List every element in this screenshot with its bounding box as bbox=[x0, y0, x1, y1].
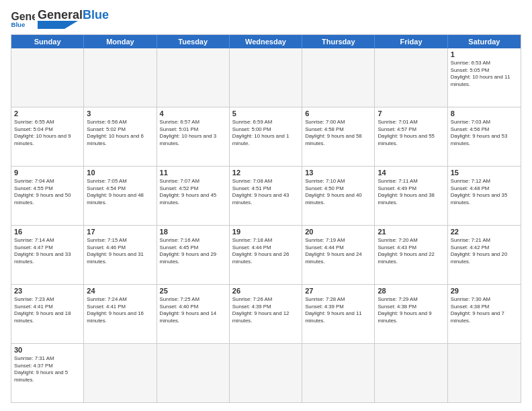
calendar-cell-empty-5-1 bbox=[84, 344, 157, 402]
col-header-saturday: Saturday bbox=[448, 35, 521, 48]
cell-info: Sunrise: 7:00 AM Sunset: 4:58 PM Dayligh… bbox=[305, 119, 371, 147]
calendar-cell-2: 2Sunrise: 6:55 AM Sunset: 5:04 PM Daylig… bbox=[11, 107, 84, 166]
calendar-cell-18: 18Sunrise: 7:16 AM Sunset: 4:45 PM Dayli… bbox=[157, 226, 230, 284]
cell-info: Sunrise: 6:53 AM Sunset: 5:05 PM Dayligh… bbox=[451, 60, 518, 88]
cell-info: Sunrise: 7:23 AM Sunset: 4:41 PM Dayligh… bbox=[14, 296, 81, 324]
day-number: 18 bbox=[160, 228, 226, 236]
day-number: 13 bbox=[305, 169, 371, 177]
cell-info: Sunrise: 7:19 AM Sunset: 4:44 PM Dayligh… bbox=[305, 237, 371, 265]
cell-info: Sunrise: 7:12 AM Sunset: 4:48 PM Dayligh… bbox=[451, 178, 518, 206]
cell-info: Sunrise: 6:57 AM Sunset: 5:01 PM Dayligh… bbox=[160, 119, 226, 147]
cell-info: Sunrise: 7:24 AM Sunset: 4:41 PM Dayligh… bbox=[87, 296, 153, 324]
day-number: 28 bbox=[378, 287, 444, 295]
calendar-cell-16: 16Sunrise: 7:14 AM Sunset: 4:47 PM Dayli… bbox=[11, 226, 84, 284]
day-number: 30 bbox=[14, 346, 81, 354]
day-number: 2 bbox=[14, 109, 81, 118]
calendar-week-2: 9Sunrise: 7:04 AM Sunset: 4:55 PM Daylig… bbox=[11, 167, 521, 226]
cell-info: Sunrise: 7:28 AM Sunset: 4:39 PM Dayligh… bbox=[305, 296, 371, 324]
calendar-cell-19: 19Sunrise: 7:18 AM Sunset: 4:44 PM Dayli… bbox=[230, 226, 302, 284]
day-number: 23 bbox=[14, 287, 81, 295]
calendar-cell-24: 24Sunrise: 7:24 AM Sunset: 4:41 PM Dayli… bbox=[84, 285, 157, 343]
cell-info: Sunrise: 7:04 AM Sunset: 4:55 PM Dayligh… bbox=[14, 178, 81, 206]
cell-info: Sunrise: 6:55 AM Sunset: 5:04 PM Dayligh… bbox=[14, 119, 81, 147]
cell-info: Sunrise: 7:15 AM Sunset: 4:46 PM Dayligh… bbox=[87, 237, 153, 265]
col-header-tuesday: Tuesday bbox=[157, 35, 230, 48]
cell-info: Sunrise: 7:16 AM Sunset: 4:45 PM Dayligh… bbox=[160, 237, 226, 265]
calendar: SundayMondayTuesdayWednesdayThursdayFrid… bbox=[11, 34, 521, 403]
calendar-cell-28: 28Sunrise: 7:29 AM Sunset: 4:38 PM Dayli… bbox=[375, 285, 447, 343]
calendar-cell-empty-5-3 bbox=[230, 344, 302, 402]
calendar-cell-empty-5-5 bbox=[375, 344, 447, 402]
calendar-cell-empty-0-0 bbox=[11, 48, 84, 107]
logo-icon: General Blue bbox=[11, 9, 35, 28]
cell-info: Sunrise: 7:31 AM Sunset: 4:37 PM Dayligh… bbox=[14, 355, 81, 383]
day-number: 27 bbox=[305, 287, 371, 295]
calendar-cell-20: 20Sunrise: 7:19 AM Sunset: 4:44 PM Dayli… bbox=[302, 226, 375, 284]
day-number: 3 bbox=[87, 109, 153, 118]
calendar-cell-21: 21Sunrise: 7:20 AM Sunset: 4:43 PM Dayli… bbox=[375, 226, 447, 284]
day-number: 7 bbox=[378, 109, 444, 118]
cell-info: Sunrise: 7:21 AM Sunset: 4:42 PM Dayligh… bbox=[451, 237, 518, 265]
calendar-cell-22: 22Sunrise: 7:21 AM Sunset: 4:42 PM Dayli… bbox=[448, 226, 521, 284]
calendar-cell-empty-0-4 bbox=[302, 48, 375, 107]
calendar-cell-11: 11Sunrise: 7:07 AM Sunset: 4:52 PM Dayli… bbox=[157, 167, 230, 225]
cell-info: Sunrise: 7:29 AM Sunset: 4:38 PM Dayligh… bbox=[378, 296, 444, 324]
calendar-cell-1: 1Sunrise: 6:53 AM Sunset: 5:05 PM Daylig… bbox=[448, 48, 521, 107]
day-number: 26 bbox=[232, 287, 299, 295]
cell-info: Sunrise: 7:07 AM Sunset: 4:52 PM Dayligh… bbox=[160, 178, 226, 206]
day-number: 17 bbox=[87, 228, 153, 236]
cell-info: Sunrise: 7:08 AM Sunset: 4:51 PM Dayligh… bbox=[232, 178, 299, 206]
calendar-cell-23: 23Sunrise: 7:23 AM Sunset: 4:41 PM Dayli… bbox=[11, 285, 84, 343]
logo: General Blue GeneralBlue bbox=[11, 8, 109, 29]
day-number: 9 bbox=[14, 169, 81, 177]
calendar-cell-13: 13Sunrise: 7:10 AM Sunset: 4:50 PM Dayli… bbox=[302, 167, 375, 225]
cell-info: Sunrise: 6:59 AM Sunset: 5:00 PM Dayligh… bbox=[232, 119, 299, 147]
day-number: 14 bbox=[378, 169, 444, 177]
calendar-week-4: 23Sunrise: 7:23 AM Sunset: 4:41 PM Dayli… bbox=[11, 285, 521, 344]
col-header-sunday: Sunday bbox=[11, 35, 84, 48]
calendar-cell-12: 12Sunrise: 7:08 AM Sunset: 4:51 PM Dayli… bbox=[230, 167, 302, 225]
calendar-cell-8: 8Sunrise: 7:03 AM Sunset: 4:56 PM Daylig… bbox=[448, 107, 521, 166]
calendar-cell-empty-0-2 bbox=[157, 48, 230, 107]
day-number: 21 bbox=[378, 228, 444, 236]
calendar-cell-25: 25Sunrise: 7:25 AM Sunset: 4:40 PM Dayli… bbox=[157, 285, 230, 343]
col-header-thursday: Thursday bbox=[302, 35, 375, 48]
cell-info: Sunrise: 6:56 AM Sunset: 5:02 PM Dayligh… bbox=[87, 119, 153, 147]
cell-info: Sunrise: 7:26 AM Sunset: 4:39 PM Dayligh… bbox=[232, 296, 299, 324]
cell-info: Sunrise: 7:25 AM Sunset: 4:40 PM Dayligh… bbox=[160, 296, 226, 324]
day-number: 11 bbox=[160, 169, 226, 177]
day-number: 6 bbox=[305, 109, 371, 118]
cell-info: Sunrise: 7:20 AM Sunset: 4:43 PM Dayligh… bbox=[378, 237, 444, 265]
calendar-cell-15: 15Sunrise: 7:12 AM Sunset: 4:48 PM Dayli… bbox=[448, 167, 521, 225]
calendar-week-0: 1Sunrise: 6:53 AM Sunset: 5:05 PM Daylig… bbox=[11, 48, 521, 107]
col-header-wednesday: Wednesday bbox=[230, 35, 302, 48]
calendar-cell-empty-5-6 bbox=[448, 344, 521, 402]
svg-text:Blue: Blue bbox=[11, 21, 26, 28]
day-number: 1 bbox=[451, 50, 518, 58]
day-number: 22 bbox=[451, 228, 518, 236]
calendar-cell-empty-0-5 bbox=[375, 48, 447, 107]
calendar-cell-5: 5Sunrise: 6:59 AM Sunset: 5:00 PM Daylig… bbox=[230, 107, 302, 166]
calendar-cell-6: 6Sunrise: 7:00 AM Sunset: 4:58 PM Daylig… bbox=[302, 107, 375, 166]
cell-info: Sunrise: 7:03 AM Sunset: 4:56 PM Dayligh… bbox=[451, 119, 518, 147]
calendar-cell-17: 17Sunrise: 7:15 AM Sunset: 4:46 PM Dayli… bbox=[84, 226, 157, 284]
cell-info: Sunrise: 7:11 AM Sunset: 4:49 PM Dayligh… bbox=[378, 178, 444, 206]
day-number: 24 bbox=[87, 287, 153, 295]
cell-info: Sunrise: 7:14 AM Sunset: 4:47 PM Dayligh… bbox=[14, 237, 81, 265]
calendar-cell-27: 27Sunrise: 7:28 AM Sunset: 4:39 PM Dayli… bbox=[302, 285, 375, 343]
calendar-cell-7: 7Sunrise: 7:01 AM Sunset: 4:57 PM Daylig… bbox=[375, 107, 447, 166]
header: General Blue GeneralBlue bbox=[11, 8, 521, 29]
calendar-cell-empty-5-4 bbox=[302, 344, 375, 402]
day-number: 16 bbox=[14, 228, 81, 236]
day-number: 20 bbox=[305, 228, 371, 236]
col-header-monday: Monday bbox=[84, 35, 157, 48]
cell-info: Sunrise: 7:18 AM Sunset: 4:44 PM Dayligh… bbox=[232, 237, 299, 265]
calendar-cell-29: 29Sunrise: 7:30 AM Sunset: 4:38 PM Dayli… bbox=[448, 285, 521, 343]
day-number: 15 bbox=[451, 169, 518, 177]
calendar-header-row: SundayMondayTuesdayWednesdayThursdayFrid… bbox=[11, 35, 521, 48]
calendar-body: 1Sunrise: 6:53 AM Sunset: 5:05 PM Daylig… bbox=[11, 48, 521, 402]
day-number: 5 bbox=[232, 109, 299, 118]
page: General Blue GeneralBlue SundayMondayTue… bbox=[0, 0, 532, 411]
day-number: 29 bbox=[451, 287, 518, 295]
day-number: 10 bbox=[87, 169, 153, 177]
